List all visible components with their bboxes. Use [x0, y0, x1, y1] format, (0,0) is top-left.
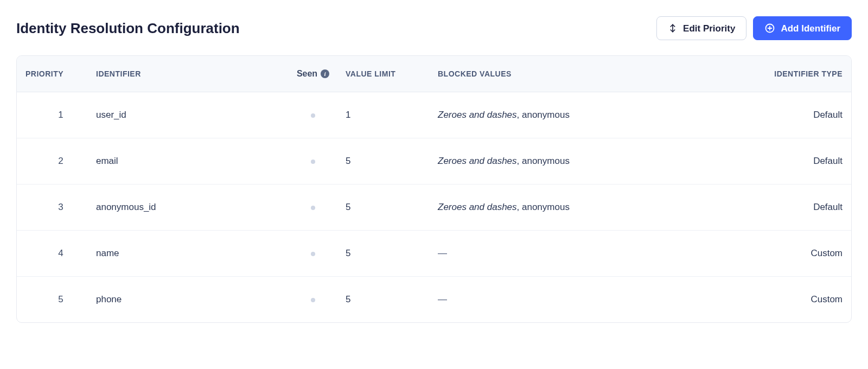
col-identifier-type-header: IDENTIFIER TYPE	[745, 69, 843, 78]
col-seen-label: Seen	[297, 69, 317, 79]
table-header-row: PRIORITY IDENTIFIER Seen i VALUE LIMIT B…	[17, 56, 851, 92]
identifier-table: PRIORITY IDENTIFIER Seen i VALUE LIMIT B…	[16, 55, 852, 323]
cell-blocked-values: Zeroes and dashes, anonymous	[438, 156, 745, 167]
col-blocked-values-header: BLOCKED VALUES	[438, 69, 745, 78]
page-title: Identity Resolution Configuration	[16, 20, 240, 37]
info-icon[interactable]: i	[321, 69, 329, 78]
table-row[interactable]: 5phone5—Custom	[17, 277, 851, 322]
blocked-values-rest: , anonymous	[517, 156, 570, 166]
blocked-values-rest: , anonymous	[517, 202, 570, 212]
blocked-values-italic: Zeroes and dashes	[438, 156, 517, 166]
col-seen-header: Seen i	[280, 69, 346, 79]
table-row[interactable]: 4name5—Custom	[17, 231, 851, 277]
cell-identifier-type: Custom	[745, 294, 843, 305]
sort-arrows-icon	[668, 23, 678, 33]
cell-identifier-type: Default	[745, 110, 843, 120]
cell-seen	[280, 110, 346, 120]
add-identifier-button[interactable]: Add Identifier	[753, 16, 852, 40]
cell-identifier: user_id	[96, 110, 280, 120]
col-value-limit-header: VALUE LIMIT	[346, 69, 438, 78]
seen-indicator-icon	[311, 160, 315, 164]
seen-indicator-icon	[311, 206, 315, 210]
cell-identifier-type: Default	[745, 202, 843, 213]
cell-blocked-values: —	[438, 248, 745, 259]
cell-identifier: name	[96, 248, 280, 259]
add-identifier-label: Add Identifier	[781, 24, 840, 33]
cell-priority: 3	[25, 202, 96, 213]
blocked-values-empty: —	[438, 248, 447, 258]
table-body: 1user_id1Zeroes and dashes, anonymousDef…	[17, 92, 851, 322]
header-actions: Edit Priority Add Identifier	[656, 16, 852, 40]
edit-priority-label: Edit Priority	[683, 24, 735, 33]
cell-identifier: phone	[96, 294, 280, 305]
cell-seen	[280, 156, 346, 167]
cell-priority: 2	[25, 156, 96, 167]
cell-value-limit: 1	[346, 110, 438, 120]
blocked-values-italic: Zeroes and dashes	[438, 202, 517, 212]
cell-priority: 4	[25, 248, 96, 259]
blocked-values-empty: —	[438, 294, 447, 304]
cell-identifier-type: Custom	[745, 248, 843, 259]
cell-value-limit: 5	[346, 202, 438, 213]
table-row[interactable]: 1user_id1Zeroes and dashes, anonymousDef…	[17, 92, 851, 138]
cell-blocked-values: Zeroes and dashes, anonymous	[438, 202, 745, 213]
cell-priority: 1	[25, 110, 96, 120]
blocked-values-rest: , anonymous	[517, 110, 570, 120]
cell-value-limit: 5	[346, 294, 438, 305]
cell-blocked-values: Zeroes and dashes, anonymous	[438, 110, 745, 120]
cell-seen	[280, 248, 346, 259]
blocked-values-italic: Zeroes and dashes	[438, 110, 517, 120]
seen-indicator-icon	[311, 252, 315, 256]
cell-identifier: anonymous_id	[96, 202, 280, 213]
table-row[interactable]: 2email5Zeroes and dashes, anonymousDefau…	[17, 138, 851, 184]
col-priority-header: PRIORITY	[25, 69, 96, 78]
cell-blocked-values: —	[438, 294, 745, 305]
cell-identifier-type: Default	[745, 156, 843, 167]
cell-seen	[280, 202, 346, 213]
seen-indicator-icon	[311, 298, 315, 302]
cell-priority: 5	[25, 294, 96, 305]
cell-value-limit: 5	[346, 156, 438, 167]
col-identifier-header: IDENTIFIER	[96, 69, 280, 78]
cell-seen	[280, 294, 346, 305]
page-header: Identity Resolution Configuration Edit P…	[16, 16, 852, 40]
cell-value-limit: 5	[346, 248, 438, 259]
seen-indicator-icon	[311, 113, 315, 118]
edit-priority-button[interactable]: Edit Priority	[656, 16, 746, 40]
plus-circle-icon	[764, 23, 775, 34]
cell-identifier: email	[96, 156, 280, 167]
table-row[interactable]: 3anonymous_id5Zeroes and dashes, anonymo…	[17, 184, 851, 231]
